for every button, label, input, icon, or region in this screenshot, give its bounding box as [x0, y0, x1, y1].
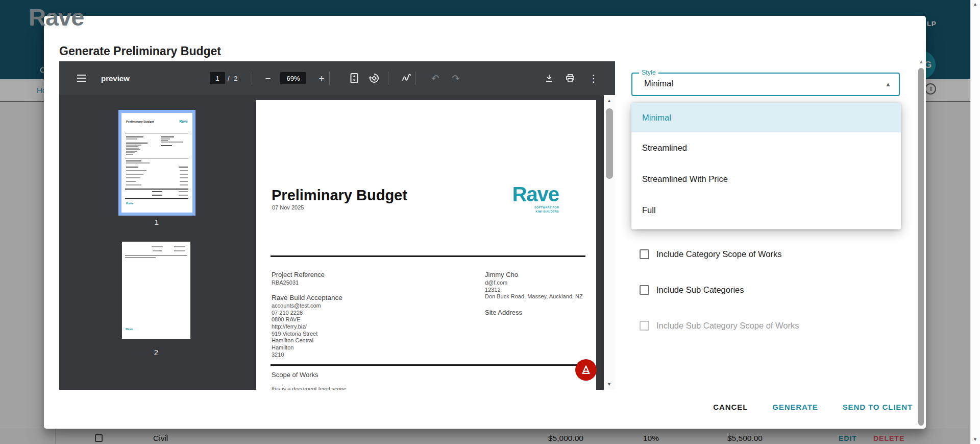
company-line: 3210 — [272, 352, 284, 358]
document-title: preview — [101, 61, 130, 95]
pdf-scrollbar[interactable]: ▲ ▼ — [604, 95, 615, 390]
generate-budget-dialog: Generate Preliminary Budget preview 1 / … — [44, 16, 926, 429]
pdf-toolbar: preview 1 / 2 − 69% + — [59, 61, 615, 95]
client-name: Jimmy Cho — [485, 271, 518, 278]
client-line: d@f.com — [485, 279, 507, 286]
company-line: Hamilton — [272, 344, 293, 350]
checkbox-icon — [640, 321, 649, 331]
dialog-actions: CANCEL GENERATE SEND TO CLIENT — [656, 399, 914, 415]
redo-icon: ↷ — [450, 61, 461, 95]
rave-logo: Rave — [512, 183, 559, 206]
print-icon[interactable] — [565, 61, 576, 95]
company-line: accounts@test.com — [272, 302, 321, 309]
ref-label: Project Reference — [272, 271, 325, 278]
logo-tagline: KIWI BUILDERS — [535, 210, 559, 213]
modal-scrollbar-thumb[interactable] — [918, 68, 924, 426]
generate-button[interactable]: GENERATE — [771, 399, 819, 415]
client-line: 12312 — [485, 287, 501, 293]
style-select-value: Minimal — [644, 79, 673, 88]
company-line: 919 Victoria Street — [272, 331, 317, 337]
logo-tagline: SOFTWARE FOR — [534, 206, 559, 209]
company-name: Rave Build Acceptance — [272, 294, 342, 301]
toolbar-divider — [415, 72, 415, 85]
adobe-acrobat-icon[interactable] — [575, 359, 597, 381]
company-line: 0800 RAVE — [272, 316, 301, 322]
checkbox-category-scope[interactable]: Include Category Scope of Works — [640, 249, 782, 259]
menu-icon[interactable] — [76, 61, 87, 95]
checkbox-icon — [640, 249, 649, 259]
client-line: Don Buck Road, Massey, Auckland, NZ — [485, 293, 583, 299]
chevron-up-icon: ▲ — [885, 81, 891, 88]
annotate-icon[interactable] — [401, 61, 412, 95]
screen: C LP G Ho Civil $5,000.00 10% $5,500.00 … — [0, 0, 980, 444]
more-options-icon[interactable]: ⋮ — [588, 61, 599, 95]
pdf-title: Preliminary Budget — [272, 187, 407, 204]
pdf-page-preview: Preliminary Budget 07 Nov 2025 Rave SOFT… — [256, 100, 596, 390]
checkbox-sub-categories[interactable]: Include Sub Categories — [640, 285, 744, 295]
page-scrollbar[interactable]: ▲ ▼ — [970, 0, 980, 444]
download-icon[interactable] — [544, 61, 555, 95]
company-line: http://ferry.biz/ — [272, 323, 307, 330]
menu-option-streamlined-with-price[interactable]: Streamlined With Price — [631, 163, 901, 195]
scope-heading: Scope of Works — [272, 371, 318, 379]
pdf-scrollbar-thumb[interactable] — [606, 108, 613, 179]
menu-option-minimal[interactable]: Minimal — [631, 103, 901, 132]
toolbar-divider — [329, 72, 330, 85]
menu-option-full[interactable]: Full — [631, 195, 901, 226]
site-address-label: Site Address — [485, 309, 522, 316]
pdf-viewer: preview 1 / 2 − 69% + — [59, 61, 615, 390]
zoom-out-icon[interactable]: − — [263, 61, 273, 95]
fit-page-icon[interactable] — [349, 61, 360, 95]
pdf-date: 07 Nov 2025 — [272, 204, 304, 211]
undo-icon: ↶ — [430, 61, 441, 95]
scope-text: this is a document level scope — [272, 386, 347, 390]
divider — [271, 364, 585, 366]
scroll-down-icon[interactable]: ▼ — [973, 437, 977, 442]
page-total: 2 — [234, 61, 237, 95]
scroll-up-icon[interactable]: ▲ — [973, 2, 977, 7]
style-menu: Minimal Streamlined Streamlined With Pri… — [631, 103, 901, 229]
app-logo: Rave — [29, 3, 84, 31]
ref-value: RBA25031 — [272, 279, 299, 286]
company-line: Hamilton Central — [272, 337, 313, 343]
dialog-title: Generate Preliminary Budget — [59, 44, 221, 58]
page-separator: / — [228, 61, 230, 95]
modal-scroll-up-icon[interactable]: ▲ — [919, 59, 924, 64]
style-select-label: Style — [639, 69, 658, 76]
rotate-icon[interactable] — [369, 61, 380, 95]
thumbnail-1-label: 1 — [146, 218, 167, 226]
page-number-input[interactable]: 1 — [210, 72, 225, 84]
page-thumbnail-2[interactable]: Rave — [122, 242, 190, 339]
divider — [271, 255, 585, 257]
toolbar-divider — [388, 72, 388, 85]
send-to-client-button[interactable]: SEND TO CLIENT — [842, 399, 914, 415]
thumbnail-2-label: 2 — [146, 348, 166, 357]
zoom-in-icon[interactable]: + — [317, 61, 326, 95]
menu-option-streamlined[interactable]: Streamlined — [631, 132, 901, 163]
checkbox-sub-category-scope: Include Sub Category Scope of Works — [640, 321, 799, 331]
zoom-level[interactable]: 69% — [280, 72, 306, 84]
company-line: 07 210 2228 — [272, 310, 303, 316]
cancel-button[interactable]: CANCEL — [712, 399, 749, 415]
page-thumbnail-1[interactable]: Preliminary Budget Rave — [118, 110, 195, 216]
toolbar-divider — [252, 72, 252, 85]
checkbox-icon — [640, 285, 649, 295]
